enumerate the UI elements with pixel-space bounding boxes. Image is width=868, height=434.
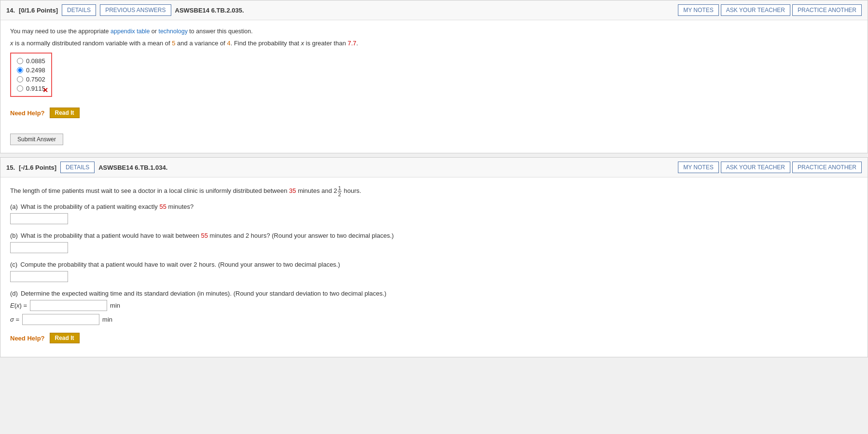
option-0885-label: 0.0885 (26, 57, 45, 65)
q14-need-help-label: Need Help? (10, 109, 45, 117)
threshold-val: 7.7 (348, 40, 357, 47)
q15-body: The length of time patients must wait to… (0, 177, 868, 357)
appendix-table-link[interactable]: appendix table (110, 28, 150, 35)
radio-9115[interactable] (17, 85, 23, 92)
q15-ask-teacher-button[interactable]: ASK YOUR TEACHER (721, 162, 790, 173)
radio-7502[interactable] (17, 76, 23, 82)
q15-a-val: 55 (159, 203, 166, 210)
q15-practice-another-button[interactable]: PRACTICE ANOTHER (792, 162, 862, 173)
q15-number: 15. (6, 164, 15, 171)
q15-header-actions: MY NOTES ASK YOUR TEACHER PRACTICE ANOTH… (678, 162, 862, 173)
q14-submit-button[interactable]: Submit Answer (10, 134, 63, 145)
q15-ex-min-label: min (110, 302, 120, 309)
q14-code: ASWSBE14 6.TB.2.035. (175, 7, 675, 14)
q15-need-help-label: Need Help? (10, 335, 45, 342)
q15-ex-row: E(x) = min (10, 300, 858, 311)
option-9115[interactable]: 0.9115 (17, 85, 45, 92)
q15-sub-a-label: (a)What is the probability of a patient … (10, 203, 858, 210)
q14-points: [0/1.6 Points] (19, 7, 58, 14)
option-2498[interactable]: 0.2498 (17, 67, 45, 74)
q14-submit-section: Submit Answer (0, 132, 868, 153)
q14-my-notes-button[interactable]: MY NOTES (678, 4, 718, 16)
q15-ex-input[interactable] (30, 300, 107, 311)
q15-sigma-min-label: min (102, 316, 112, 323)
q14-body: You may need to use the appropriate appe… (0, 20, 868, 132)
q14-question-text: x is a normally distributed random varia… (10, 40, 858, 47)
q14-header: 14. [0/1.6 Points] DETAILS PREVIOUS ANSW… (0, 0, 868, 20)
q15-read-it-button[interactable]: Read It (50, 333, 80, 343)
q14-note: You may need to use the appropriate appe… (10, 28, 858, 35)
q15-min-val: 35 (289, 187, 296, 194)
q15-ex-label: E(x) = (10, 302, 27, 309)
q15-sigma-label: σ = (10, 316, 19, 323)
q15-sub-a: (a)What is the probability of a patient … (10, 203, 858, 224)
q14-previous-answers-button[interactable]: PREVIOUS ANSWERS (100, 4, 171, 16)
option-7502[interactable]: 0.7502 (17, 76, 45, 83)
q15-sub-c: (c)Compute the probability that a patien… (10, 261, 858, 282)
q14-ask-teacher-button[interactable]: ASK YOUR TEACHER (721, 4, 790, 16)
q14-practice-another-button[interactable]: PRACTICE ANOTHER (792, 4, 862, 16)
q15-sigma-row: σ = min (10, 314, 858, 325)
q15-points: [-/1.6 Points] (19, 164, 56, 171)
variance-val: 4 (227, 40, 230, 47)
mean-val: 5 (172, 40, 175, 47)
q15-b-val: 55 (201, 232, 208, 239)
radio-2498[interactable] (17, 67, 23, 73)
q15-sub-c-input[interactable] (10, 271, 68, 282)
q15-sub-d-label: (d)Determine the expected waiting time a… (10, 290, 858, 297)
q15-my-notes-button[interactable]: MY NOTES (678, 162, 718, 173)
q15-fraction: 12 (338, 185, 342, 197)
q15-header: 15. [-/1.6 Points] DETAILS ASWSBE14 6.TB… (0, 158, 868, 177)
q14-read-it-button[interactable]: Read It (50, 108, 80, 118)
q14-details-button[interactable]: DETAILS (62, 4, 96, 16)
option-0885[interactable]: 0.0885 (17, 57, 45, 65)
q15-sub-b-input-row (10, 242, 858, 253)
q15-sub-a-input-row (10, 213, 858, 224)
q14-header-actions: MY NOTES ASK YOUR TEACHER PRACTICE ANOTH… (678, 4, 862, 16)
question-15: 15. [-/1.6 Points] DETAILS ASWSBE14 6.TB… (0, 157, 868, 357)
q15-sub-b-input[interactable] (10, 242, 68, 253)
question-14: 14. [0/1.6 Points] DETAILS PREVIOUS ANSW… (0, 0, 868, 153)
wrong-mark: ✕ (42, 86, 48, 94)
q15-sub-b-label: (b)What is the probability that a patien… (10, 232, 858, 239)
q15-sub-d: (d)Determine the expected waiting time a… (10, 290, 858, 325)
q14-need-help: Need Help? Read It (10, 108, 858, 118)
radio-0885[interactable] (17, 58, 23, 64)
q14-number: 14. (6, 7, 15, 14)
q15-code: ASWSBE14 6.TB.1.034. (98, 164, 674, 171)
q14-radio-group: 0.0885 0.2498 0.7502 0.9115 ✕ (10, 53, 52, 97)
option-7502-label: 0.7502 (26, 76, 45, 83)
q15-sigma-input[interactable] (22, 314, 99, 325)
q15-question-text: The length of time patients must wait to… (10, 185, 858, 197)
q15-sub-a-input[interactable] (10, 213, 68, 224)
technology-link[interactable]: technology (158, 28, 187, 35)
q15-sub-c-label: (c)Compute the probability that a patien… (10, 261, 858, 268)
option-2498-label: 0.2498 (26, 67, 45, 74)
q15-sub-b: (b)What is the probability that a patien… (10, 232, 858, 253)
q15-need-help: Need Help? Read It (10, 333, 858, 343)
q15-details-button[interactable]: DETAILS (60, 162, 95, 173)
q15-sub-c-input-row (10, 271, 858, 282)
